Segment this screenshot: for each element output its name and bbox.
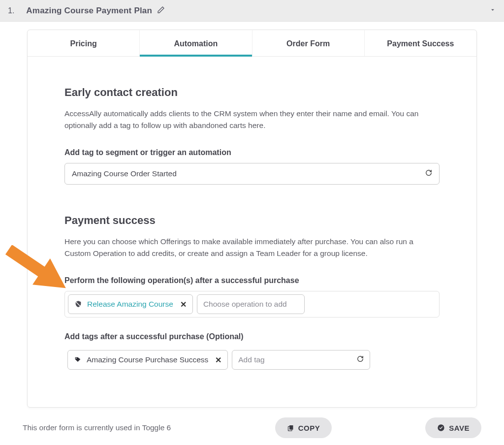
settings-card: Pricing Automation Order Form Payment Su… <box>27 30 477 408</box>
ops-label: Perform the following operation(s) after… <box>64 276 440 285</box>
footer-text: This order form is currently used in Tog… <box>23 423 171 432</box>
tag-chip-text: Amazing Course Purchase Success <box>87 355 208 364</box>
svg-rect-1 <box>289 425 293 429</box>
payment-success-title: Payment success <box>64 214 440 227</box>
tab-pricing[interactable]: Pricing <box>28 30 140 56</box>
tabs: Pricing Automation Order Form Payment Su… <box>28 30 476 57</box>
tab-payment-success[interactable]: Payment Success <box>365 30 476 56</box>
refresh-icon[interactable] <box>425 169 432 178</box>
tag-icon <box>74 356 82 364</box>
tags-label: Add tags after a successful purchase (Op… <box>64 332 440 341</box>
copy-icon <box>287 424 294 432</box>
operation-input-field[interactable] <box>203 300 298 309</box>
tab-automation[interactable]: Automation <box>140 30 252 56</box>
plan-header: 1. Amazing Course Payment Plan <box>0 0 504 22</box>
check-circle-icon <box>437 424 445 432</box>
plan-title: Amazing Course Payment Plan <box>26 6 152 16</box>
close-icon[interactable]: ✕ <box>215 355 221 365</box>
save-button-label: SAVE <box>449 424 470 432</box>
operation-chip[interactable]: Release Amazing Course ✕ <box>68 294 193 314</box>
refresh-icon[interactable] <box>357 355 364 364</box>
early-contact-desc: AccessAlly automatically adds clients to… <box>64 108 440 131</box>
tag-select[interactable]: Amazing Course Order Started <box>64 163 440 185</box>
card-body: Early contact creation AccessAlly automa… <box>28 57 476 407</box>
operation-input[interactable] <box>197 294 305 314</box>
tag-input[interactable] <box>232 350 370 370</box>
tag-field-label: Add tag to segment or trigger an automat… <box>64 148 440 157</box>
copy-button-label: COPY <box>298 424 320 432</box>
tag-input-field[interactable] <box>238 355 333 364</box>
plan-number: 1. <box>8 6 14 15</box>
close-icon[interactable]: ✕ <box>180 300 187 309</box>
footer: This order form is currently used in Tog… <box>0 417 504 438</box>
tags-row: Amazing Course Purchase Success ✕ <box>64 347 440 373</box>
copy-button[interactable]: COPY <box>275 417 332 438</box>
operations-box: Release Amazing Course ✕ <box>64 291 440 318</box>
collapse-caret-icon[interactable] <box>489 6 496 15</box>
tab-order-form[interactable]: Order Form <box>252 30 365 56</box>
svg-point-0 <box>76 358 77 359</box>
payment-success-desc: Here you can choose which Offerings to m… <box>64 236 440 259</box>
tag-select-value: Amazing Course Order Started <box>72 169 425 178</box>
edit-icon[interactable] <box>157 6 165 16</box>
save-button[interactable]: SAVE <box>425 417 481 438</box>
shield-icon <box>74 300 82 308</box>
tag-chip[interactable]: Amazing Course Purchase Success ✕ <box>67 350 228 370</box>
operation-chip-text: Release Amazing Course <box>87 300 173 309</box>
early-contact-title: Early contact creation <box>64 86 440 99</box>
